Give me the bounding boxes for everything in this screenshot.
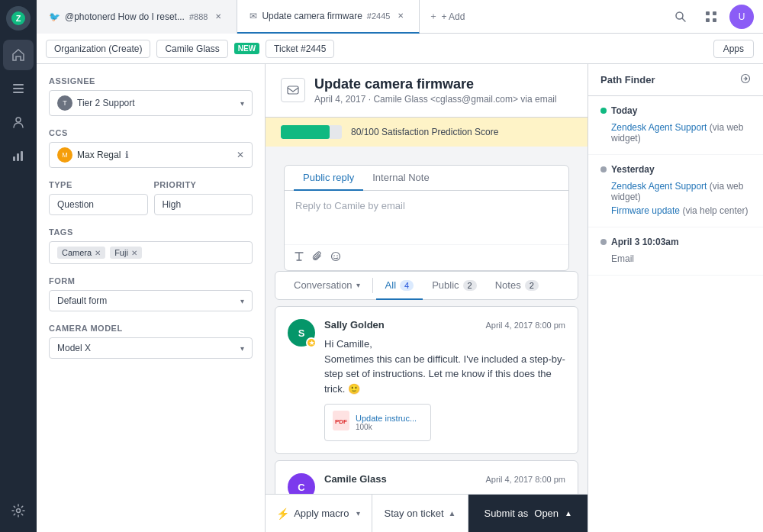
apply-macro-button[interactable]: ⚡ Apply macro ▾ [266, 495, 372, 532]
svg-point-16 [332, 253, 340, 261]
lightning-icon: ⚡ [276, 508, 289, 520]
svg-point-9 [17, 509, 21, 513]
contact-breadcrumb[interactable]: Camile Glass [156, 40, 227, 58]
assignee-label: Assignee [49, 76, 253, 85]
svg-rect-15 [288, 86, 298, 94]
ticket-sidebar: Assignee T Tier 2 Support ▾ CCs M Max Re… [37, 64, 266, 532]
camera-model-dropdown[interactable]: Model X ▾ [49, 337, 253, 359]
tab-number: #888 [189, 12, 208, 21]
format-text-icon[interactable] [294, 251, 304, 264]
type-label: Type [49, 180, 148, 189]
ticket-info: Update camera firmware April 4, 2017 · C… [314, 76, 557, 105]
sub-header: Organization (Create) Camile Glass NEW T… [37, 34, 763, 64]
plus-icon: ＋ [429, 10, 438, 23]
tag-camera-remove[interactable]: ✕ [95, 249, 101, 257]
attachment-card[interactable]: PDF Update instruc... 100k [324, 404, 431, 441]
pdf-icon: PDF [333, 411, 349, 434]
path-section-april3: April 3 10:03am Email [588, 227, 763, 276]
yesterday-label: Yesterday [611, 164, 655, 175]
type-section: Type Question [49, 180, 148, 215]
tab-camera-firmware[interactable]: ✉ Update camera firmware #2445 ✕ [237, 0, 420, 34]
svg-point-17 [333, 255, 335, 256]
sally-avatar: S ★ [288, 319, 315, 347]
sally-avatar-badge: ★ [306, 337, 317, 348]
sally-message-body: Sally Golden April 4, 2017 8:00 pm Hi Ca… [324, 319, 565, 441]
path-entry-april3-1: Email [600, 252, 751, 266]
form-dropdown[interactable]: Default form ▾ [49, 290, 253, 311]
organization-breadcrumb[interactable]: Organization (Create) [46, 40, 150, 58]
public-tab-label: Public [432, 279, 459, 291]
priority-dropdown[interactable]: High [154, 194, 253, 215]
ticket-breadcrumb[interactable]: Ticket #2445 [266, 40, 334, 58]
form-section: Form Default form ▾ [49, 276, 253, 311]
tab-internal-note[interactable]: Internal Note [363, 166, 438, 191]
tab-photonerd[interactable]: 🐦 @photonerd How do I reset... #888 ✕ [37, 0, 237, 34]
path-entry-yesterday-1: Zendesk Agent Support (via web widget) [600, 179, 751, 204]
logo[interactable]: Z [6, 6, 31, 31]
tab-close-1[interactable]: ✕ [212, 11, 224, 23]
stay-chevron-icon: ▲ [449, 509, 456, 517]
conversation-tab-label: Conversation [294, 279, 353, 291]
stay-on-ticket-button[interactable]: Stay on ticket ▲ [372, 495, 469, 532]
ticket-main-area: Update camera firmware April 4, 2017 · C… [266, 64, 588, 532]
twitter-icon: 🐦 [49, 11, 60, 22]
apps-button[interactable]: Apps [713, 40, 754, 58]
path-link-today-1[interactable]: Zendesk Agent Support [611, 122, 707, 133]
svg-text:PDF: PDF [335, 418, 347, 425]
attachment-icon[interactable] [312, 251, 323, 264]
search-button[interactable] [668, 5, 693, 29]
apply-macro-chevron-icon: ▾ [356, 509, 360, 517]
path-finder-icon[interactable] [740, 73, 751, 86]
tab-close-2[interactable]: ✕ [394, 10, 407, 22]
ticket-header: Update camera firmware April 4, 2017 · C… [266, 64, 588, 118]
tags-field[interactable]: Camera ✕ Fuji ✕ [49, 241, 253, 264]
message-card-sally: S ★ Sally Golden April 4, 2017 8:00 pm H… [275, 306, 578, 454]
yesterday-label-row: Yesterday [600, 164, 751, 175]
tab-label: @photonerd How do I reset... [65, 11, 185, 22]
assignee-dropdown[interactable]: T Tier 2 Support ▾ [49, 90, 253, 116]
tags-label: Tags [49, 227, 253, 237]
camile-time: April 4, 2017 8:00 pm [485, 475, 565, 484]
path-link-yesterday-1[interactable]: Zendesk Agent Support [611, 181, 707, 192]
emoji-icon[interactable] [330, 251, 341, 264]
svg-rect-8 [21, 151, 23, 161]
stay-on-ticket-label: Stay on ticket [385, 508, 444, 519]
ccs-field[interactable]: M Max Regal ℹ ✕ [49, 142, 253, 168]
nav-settings[interactable] [3, 495, 34, 526]
reply-toolbar [285, 244, 568, 270]
apps-grid-button[interactable] [699, 5, 723, 29]
reply-input[interactable]: Reply to Camile by email [285, 191, 568, 244]
tab-all[interactable]: All 4 [376, 272, 423, 300]
priority-label: Priority [154, 180, 253, 189]
conversation-tabs-bar: Conversation ▾ All 4 Public 2 Notes 2 [275, 271, 578, 300]
svg-rect-3 [13, 88, 24, 89]
tab-public[interactable]: Public 2 [423, 272, 486, 300]
submit-label: Submit as [484, 508, 528, 519]
nav-users[interactable] [3, 107, 34, 137]
path-link-yesterday-2[interactable]: Firmware update [611, 205, 680, 216]
tab-notes[interactable]: Notes 2 [486, 272, 548, 300]
cc-info-icon[interactable]: ℹ [125, 150, 129, 160]
type-dropdown[interactable]: Question [49, 194, 148, 215]
nav-views[interactable] [3, 73, 34, 104]
nav-reports[interactable] [3, 140, 34, 171]
tab-conversation[interactable]: Conversation ▾ [285, 272, 369, 300]
left-navigation: Z [0, 0, 37, 532]
tab-separator [372, 278, 373, 293]
svg-rect-14 [713, 18, 716, 22]
email-tab-icon: ✉ [250, 11, 257, 21]
all-tab-label: All [385, 279, 396, 291]
content-area: Assignee T Tier 2 Support ▾ CCs M Max Re… [37, 64, 763, 532]
svg-rect-7 [17, 153, 19, 161]
tab-public-reply[interactable]: Public reply [294, 166, 363, 191]
add-tab-button[interactable]: ＋ + Add [420, 0, 474, 34]
message-card-camile: C Camile Glass April 4, 2017 8:00 pm Hel… [275, 460, 578, 494]
nav-home[interactable] [3, 40, 34, 70]
svg-point-18 [336, 255, 338, 256]
cc-remove-icon[interactable]: ✕ [237, 150, 244, 160]
form-value: Default form [57, 295, 107, 306]
user-avatar-button[interactable]: U [729, 5, 754, 29]
submit-button[interactable]: Submit as Open ▲ [468, 495, 588, 532]
tag-fuji-remove[interactable]: ✕ [131, 249, 137, 257]
sally-time: April 4, 2017 8:00 pm [485, 321, 565, 330]
